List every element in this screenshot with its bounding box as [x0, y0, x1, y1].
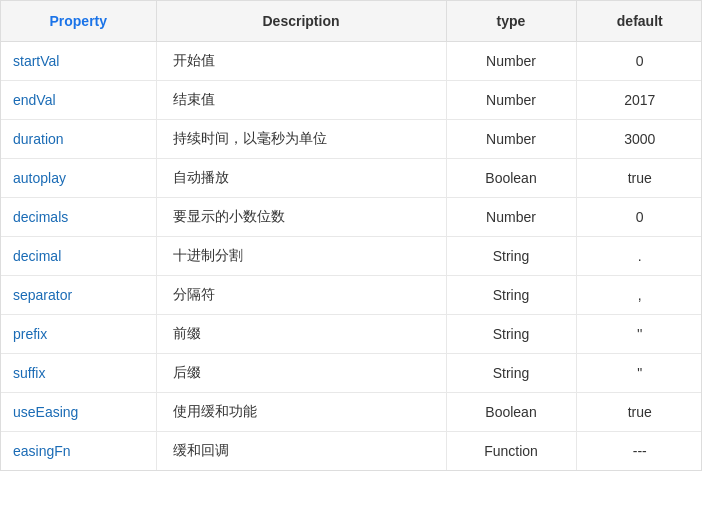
property-link[interactable]: suffix — [13, 365, 45, 381]
cell-default: 3000 — [576, 120, 702, 159]
cell-property: duration — [1, 120, 156, 159]
table-row: prefix前缀String'' — [1, 315, 702, 354]
cell-description: 要显示的小数位数 — [156, 198, 446, 237]
cell-type: Boolean — [446, 159, 576, 198]
cell-property: suffix — [1, 354, 156, 393]
property-table: Property Description type default startV… — [0, 0, 702, 471]
cell-property: startVal — [1, 42, 156, 81]
property-link[interactable]: prefix — [13, 326, 47, 342]
table-body: startVal开始值Number0endVal结束值Number2017dur… — [1, 42, 702, 471]
table-row: duration持续时间，以毫秒为单位Number3000 — [1, 120, 702, 159]
property-link[interactable]: decimals — [13, 209, 68, 225]
cell-default: --- — [576, 432, 702, 471]
cell-type: Boolean — [446, 393, 576, 432]
cell-default: 2017 — [576, 81, 702, 120]
cell-default: 0 — [576, 42, 702, 81]
table-row: useEasing使用缓和功能Booleantrue — [1, 393, 702, 432]
cell-type: String — [446, 276, 576, 315]
cell-type: Number — [446, 42, 576, 81]
property-link[interactable]: duration — [13, 131, 64, 147]
cell-default: , — [576, 276, 702, 315]
property-link[interactable]: decimal — [13, 248, 61, 264]
table-row: endVal结束值Number2017 — [1, 81, 702, 120]
cell-default: 0 — [576, 198, 702, 237]
table-row: startVal开始值Number0 — [1, 42, 702, 81]
cell-property: prefix — [1, 315, 156, 354]
cell-default: true — [576, 393, 702, 432]
cell-description: 使用缓和功能 — [156, 393, 446, 432]
cell-description: 持续时间，以毫秒为单位 — [156, 120, 446, 159]
table-row: decimals要显示的小数位数Number0 — [1, 198, 702, 237]
cell-default: '' — [576, 315, 702, 354]
cell-description: 结束值 — [156, 81, 446, 120]
property-link[interactable]: useEasing — [13, 404, 78, 420]
table-header-row: Property Description type default — [1, 1, 702, 42]
cell-description: 自动播放 — [156, 159, 446, 198]
cell-default: true — [576, 159, 702, 198]
table-row: separator分隔符String, — [1, 276, 702, 315]
cell-type: Number — [446, 81, 576, 120]
cell-property: autoplay — [1, 159, 156, 198]
cell-default: " — [576, 354, 702, 393]
cell-type: String — [446, 354, 576, 393]
cell-description: 分隔符 — [156, 276, 446, 315]
property-link[interactable]: separator — [13, 287, 72, 303]
table-row: suffix后缀String" — [1, 354, 702, 393]
cell-type: String — [446, 315, 576, 354]
table-row: easingFn缓和回调Function--- — [1, 432, 702, 471]
cell-description: 缓和回调 — [156, 432, 446, 471]
table-row: decimal十进制分割String. — [1, 237, 702, 276]
property-link[interactable]: easingFn — [13, 443, 71, 459]
header-property: Property — [1, 1, 156, 42]
cell-type: String — [446, 237, 576, 276]
header-default: default — [576, 1, 702, 42]
cell-type: Number — [446, 198, 576, 237]
cell-default: . — [576, 237, 702, 276]
cell-type: Number — [446, 120, 576, 159]
property-link[interactable]: startVal — [13, 53, 59, 69]
cell-description: 后缀 — [156, 354, 446, 393]
header-type: type — [446, 1, 576, 42]
header-description: Description — [156, 1, 446, 42]
property-link[interactable]: autoplay — [13, 170, 66, 186]
cell-property: easingFn — [1, 432, 156, 471]
cell-property: decimal — [1, 237, 156, 276]
cell-property: useEasing — [1, 393, 156, 432]
table-row: autoplay自动播放Booleantrue — [1, 159, 702, 198]
cell-property: decimals — [1, 198, 156, 237]
property-link[interactable]: endVal — [13, 92, 56, 108]
cell-property: separator — [1, 276, 156, 315]
cell-property: endVal — [1, 81, 156, 120]
cell-description: 十进制分割 — [156, 237, 446, 276]
cell-description: 开始值 — [156, 42, 446, 81]
cell-description: 前缀 — [156, 315, 446, 354]
cell-type: Function — [446, 432, 576, 471]
